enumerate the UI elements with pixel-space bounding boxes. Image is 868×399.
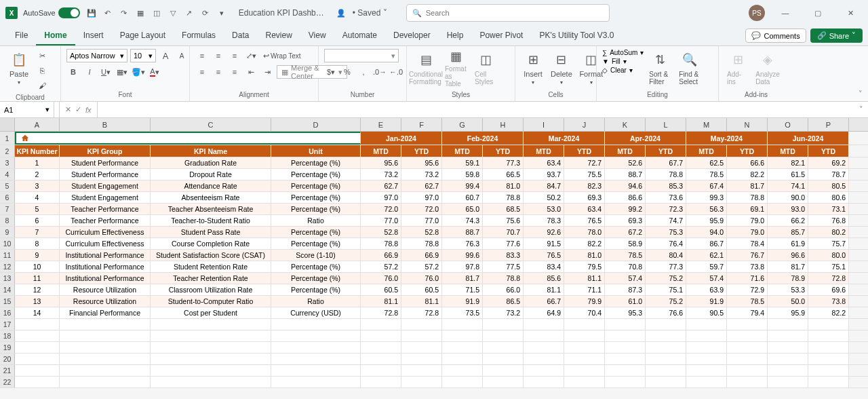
empty-cell[interactable] (808, 342, 849, 353)
align-bottom-icon[interactable]: ≡ (228, 49, 241, 62)
cell-value[interactable]: 99.3 (686, 192, 727, 203)
cell-value[interactable]: 78.3 (524, 215, 564, 226)
cell-value[interactable]: 73.6 (646, 192, 686, 203)
cell-value[interactable]: 75.3 (646, 227, 686, 238)
tab-file[interactable]: File (7, 26, 36, 45)
cell-kpi-name[interactable]: Teacher-to-Student Ratio (151, 215, 271, 226)
format-painter-icon[interactable]: 🖌 (35, 79, 49, 92)
empty-cell[interactable] (151, 330, 271, 341)
cell-value[interactable]: 76.6 (646, 307, 686, 318)
empty-cell[interactable] (401, 354, 442, 364)
formula-input[interactable] (98, 102, 854, 117)
comma-icon[interactable]: , (357, 65, 370, 79)
comments-button[interactable]: 💬 Comments (745, 28, 806, 43)
empty-cell[interactable] (686, 377, 727, 387)
cell-value[interactable]: 76.3 (442, 238, 483, 249)
cell-value[interactable]: 95.9 (686, 215, 727, 226)
cell-kpi-name[interactable]: Graduation Rate (151, 157, 271, 168)
grid[interactable]: 1Jan-2024Feb-2024Mar-2024Apr-2024May-202… (0, 132, 868, 388)
increase-indent-icon[interactable]: ⇥ (260, 65, 274, 79)
cell-kpi-number[interactable]: 13 (15, 296, 60, 307)
cell-value[interactable]: 75.7 (808, 238, 849, 249)
header-mtd[interactable]: MTD (442, 145, 483, 157)
cell-value[interactable]: 52.8 (401, 227, 442, 238)
month-header[interactable]: Jan-2024 (361, 132, 442, 145)
col-header-N[interactable]: N (727, 118, 768, 131)
enter-formula-icon[interactable]: ✓ (75, 105, 81, 114)
cell-value[interactable]: 88.7 (605, 169, 646, 180)
paste-button[interactable]: 📋 Paste ▾ (5, 49, 33, 87)
empty-cell[interactable] (768, 319, 808, 330)
empty-cell[interactable] (605, 319, 646, 330)
row-header[interactable]: 13 (0, 273, 15, 284)
empty-cell[interactable] (442, 319, 483, 330)
cell-value[interactable]: 91.9 (686, 296, 727, 307)
qat-dropdown-icon[interactable]: ▾ (216, 7, 228, 19)
cell-value[interactable]: 78.8 (646, 169, 686, 180)
autosave-toggle[interactable]: AutoSave (23, 7, 80, 18)
cell-value[interactable]: 90.5 (686, 307, 727, 318)
cell-unit[interactable]: Percentage (%) (271, 169, 361, 180)
saved-status[interactable]: • Saved ˅ (353, 8, 387, 18)
header-ytd[interactable]: YTD (646, 145, 686, 157)
decrease-indent-icon[interactable]: ⇤ (244, 65, 258, 79)
empty-cell[interactable] (483, 330, 524, 341)
collapse-ribbon-icon[interactable]: ˅ (859, 90, 863, 98)
person-icon[interactable]: 👤 (335, 7, 347, 19)
cut-icon[interactable]: ✂ (35, 49, 49, 62)
cell-kpi-number[interactable]: 3 (15, 180, 60, 191)
tab-power-pivot[interactable]: Power Pivot (471, 26, 531, 45)
undo-icon[interactable]: ↶ (102, 7, 114, 19)
cell-value[interactable]: 75.2 (646, 296, 686, 307)
empty-cell[interactable] (442, 330, 483, 341)
cell-kpi-group[interactable]: Teacher Performance (60, 215, 151, 226)
cell-value[interactable]: 70.7 (483, 227, 524, 238)
border-icon[interactable]: ▦▾ (115, 65, 129, 79)
header-kpi-group[interactable]: KPI Group (60, 145, 151, 157)
italic-icon[interactable]: I (83, 65, 96, 79)
cell-value[interactable]: 85.7 (768, 227, 808, 238)
font-size-select[interactable]: 10▾ (130, 49, 156, 62)
row-header[interactable]: 8 (0, 215, 15, 226)
empty-cell[interactable] (271, 330, 361, 341)
empty-cell[interactable] (646, 354, 686, 364)
cell-kpi-name[interactable]: Teacher Absenteeism Rate (151, 204, 271, 214)
empty-cell[interactable] (524, 319, 564, 330)
empty-cell[interactable] (524, 330, 564, 341)
cell-kpi-group[interactable]: Teacher Performance (60, 204, 151, 214)
cell-value[interactable]: 78.8 (401, 238, 442, 249)
cell-value[interactable]: 81.7 (442, 273, 483, 284)
cell-kpi-name[interactable]: Student Satisfaction Score (CSAT) (151, 250, 271, 261)
cell-kpi-name[interactable]: Attendance Rate (151, 180, 271, 191)
cell-value[interactable]: 75.6 (483, 215, 524, 226)
fill-button[interactable]: ▼ Fill ▾ (602, 58, 644, 65)
cell-value[interactable]: 64.9 (524, 307, 564, 318)
col-header-L[interactable]: L (646, 118, 686, 131)
cell-value[interactable]: 76.5 (564, 215, 605, 226)
close-icon[interactable]: ✕ (838, 3, 863, 22)
empty-cell[interactable] (60, 377, 151, 387)
col-header-F[interactable]: F (401, 118, 442, 131)
cell-value[interactable]: 53.3 (768, 284, 808, 295)
conditional-formatting-button[interactable]: ▤Conditional Formatting (412, 49, 439, 87)
cell-kpi-group[interactable]: Student Performance (60, 157, 151, 168)
cell-styles-button[interactable]: ◫Cell Styles (472, 49, 499, 87)
empty-cell[interactable] (442, 365, 483, 376)
empty-cell[interactable] (151, 342, 271, 353)
cell-value[interactable]: 95.6 (361, 157, 401, 168)
cell-value[interactable]: 59.8 (442, 169, 483, 180)
cell-kpi-group[interactable]: Institutional Performance (60, 261, 151, 272)
cell-value[interactable]: 95.6 (401, 157, 442, 168)
cell-kpi-number[interactable]: 9 (15, 250, 60, 261)
cell-value[interactable]: 77.3 (483, 157, 524, 168)
empty-cell[interactable] (361, 377, 401, 387)
cell-kpi-group[interactable]: Student Engagement (60, 192, 151, 203)
pivot-icon[interactable]: ◫ (151, 7, 163, 19)
empty-cell[interactable] (442, 342, 483, 353)
empty-cell[interactable] (271, 319, 361, 330)
cell-value[interactable]: 81.1 (564, 273, 605, 284)
cell-value[interactable]: 72.0 (361, 204, 401, 214)
cell-value[interactable]: 69.2 (808, 157, 849, 168)
cell-kpi-group[interactable]: Financial Performance (60, 307, 151, 318)
expand-formula-icon[interactable]: ˅ (854, 105, 868, 114)
